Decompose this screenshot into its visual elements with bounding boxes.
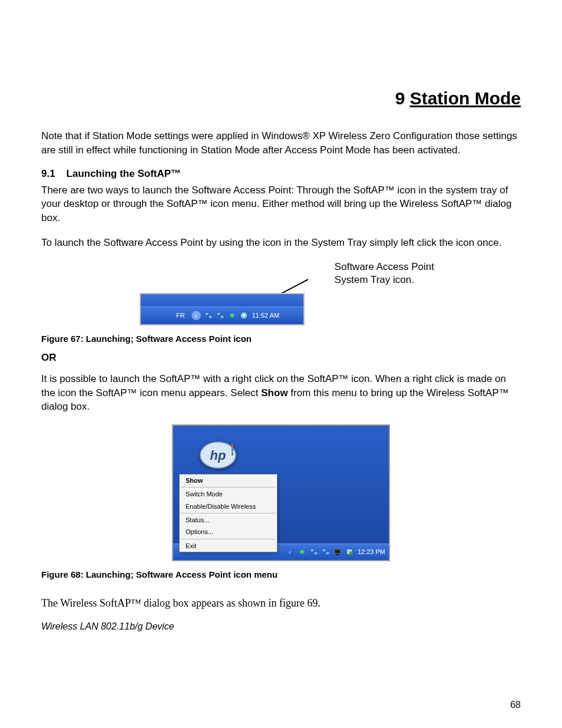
svg-rect-13: [310, 549, 314, 552]
figure-68-caption: Figure 68: Launching; Software Access Po…: [41, 569, 521, 579]
paragraph-2: To launch the Software Access Point by u…: [41, 236, 521, 250]
svg-point-7: [242, 314, 245, 317]
tray-clock[interactable]: 11:52 AM: [250, 312, 284, 319]
desktop-area: hp Show Switch Mode Enable/Disable Wirel…: [173, 426, 389, 543]
svg-rect-15: [322, 549, 326, 552]
network-icon-2[interactable]: [321, 547, 330, 556]
svg-rect-17: [335, 549, 340, 554]
svg-point-20: [349, 552, 353, 555]
share-icon[interactable]: ∗: [297, 547, 307, 556]
chapter-number: 9: [395, 88, 405, 108]
svg-rect-16: [326, 552, 329, 555]
tray-expand-icon[interactable]: ‹: [285, 547, 295, 556]
callout-line-1: Software Access Point: [335, 261, 434, 272]
chapter-title-text: Station Mode: [410, 88, 521, 108]
svg-rect-10: [232, 444, 233, 447]
taskbar: FR ‹ ∗ 11:52 AM: [141, 307, 303, 324]
svg-rect-11: [232, 448, 233, 452]
menu-item-enable-disable[interactable]: Enable/Disable Wireless: [180, 500, 277, 512]
svg-text:hp: hp: [210, 448, 226, 463]
menu-separator: [181, 539, 276, 539]
svg-rect-18: [336, 554, 339, 555]
share-icon[interactable]: ∗: [227, 311, 237, 320]
menu-item-options[interactable]: Options...: [180, 526, 277, 538]
svg-rect-2: [205, 312, 209, 315]
network-icon-2[interactable]: [216, 311, 225, 320]
section-heading: 9.1 Launching the SoftAP™: [41, 168, 521, 180]
softap-context-menu: Show Switch Mode Enable/Disable Wireless…: [179, 474, 277, 552]
paragraph-1: There are two ways to launch the Softwar…: [41, 183, 521, 225]
tray-clock[interactable]: 12:23 PM: [355, 548, 385, 555]
system-tray-screenshot: FR ‹ ∗ 11:52 AM: [140, 293, 305, 325]
menu-item-status[interactable]: Status...: [180, 514, 277, 526]
language-indicator[interactable]: FR: [141, 312, 190, 319]
page-number: 68: [510, 700, 521, 710]
callout-line-2: System Tray icon.: [335, 274, 414, 285]
svg-rect-3: [209, 315, 212, 318]
menu-separator: [181, 487, 276, 487]
menu-separator: [181, 513, 276, 513]
hp-logo-icon[interactable]: hp: [194, 439, 242, 471]
para3-bold: Show: [261, 387, 287, 398]
closing-paragraph: The Wireless SoftAP™ dialog box appears …: [41, 596, 521, 611]
figure-68: hp Show Switch Mode Enable/Disable Wirel…: [172, 424, 390, 561]
or-label: OR: [41, 352, 521, 364]
menu-item-switch-mode[interactable]: Switch Mode: [180, 488, 277, 500]
device-icon[interactable]: [333, 547, 342, 556]
svg-rect-14: [314, 552, 318, 555]
figure-67: Software Access Point System Tray icon. …: [134, 261, 428, 325]
intro-note: Note that if Station Mode settings were …: [41, 129, 521, 157]
network-icon[interactable]: [309, 547, 319, 556]
softap-tray-icon[interactable]: [239, 311, 249, 320]
svg-rect-5: [220, 315, 224, 318]
chapter-heading: 9 Station Mode: [41, 88, 521, 108]
figure-67-caption: Figure 67: Launching; Software Access Po…: [41, 334, 521, 344]
svg-rect-12: [232, 452, 233, 456]
menu-item-show[interactable]: Show: [180, 475, 277, 486]
figure-67-callout: Software Access Point System Tray icon.: [335, 261, 434, 286]
svg-rect-4: [217, 312, 220, 315]
softap-tray-icon[interactable]: [345, 547, 354, 556]
paragraph-3: It is possible to launch the SoftAP™ wit…: [41, 372, 521, 414]
tray-expand-icon[interactable]: ‹: [191, 311, 201, 320]
page-content: 9 Station Mode Note that if Station Mode…: [0, 0, 562, 650]
network-icon[interactable]: [204, 311, 213, 320]
section-title: Launching the SoftAP™: [67, 168, 181, 179]
footer-device-name: Wireless LAN 802.11b/g Device: [41, 621, 521, 632]
menu-item-exit[interactable]: Exit: [180, 540, 277, 552]
section-number: 9.1: [41, 168, 55, 179]
